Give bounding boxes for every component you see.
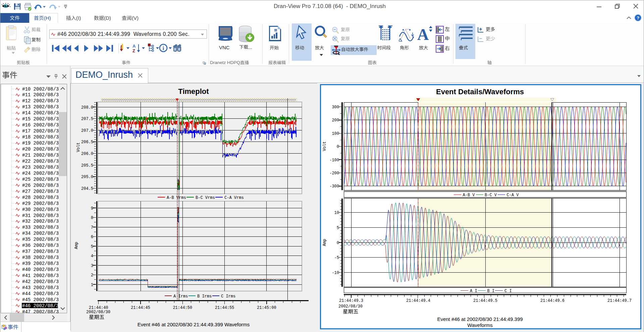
svg-text:21:44:49.3: 21:44:49.3	[339, 298, 363, 303]
svg-text:Event #46 at 2002/08/30 21:44:: Event #46 at 2002/08/30 21:44:49.399	[437, 316, 523, 322]
svg-text:21:44:45: 21:44:45	[131, 306, 150, 310]
svg-text:A: A	[132, 44, 136, 49]
svg-text:207.0: 207.0	[81, 128, 93, 133]
svg-text:204.5: 204.5	[81, 186, 93, 191]
svg-text:Event #46 at 2002/08/30 21:44:: Event #46 at 2002/08/30 21:44:49.399 Wav…	[138, 322, 250, 327]
svg-text:A-B V: A-B V	[463, 193, 475, 198]
svg-text:Waveforms: Waveforms	[467, 322, 492, 328]
svg-text:21:44:50: 21:44:50	[173, 306, 192, 310]
svg-text:A-B Vrms: A-B Vrms	[167, 196, 186, 200]
svg-text:0: 0	[337, 145, 339, 149]
svg-text:206.5: 206.5	[81, 140, 93, 145]
svg-text:?: ?	[637, 15, 639, 20]
svg-text:4: 4	[91, 254, 93, 259]
svg-text:206.0: 206.0	[81, 152, 93, 156]
svg-text:B-C Vrms: B-C Vrms	[196, 196, 215, 200]
svg-text:-300: -300	[329, 184, 339, 189]
svg-text:100: 100	[332, 131, 339, 136]
svg-text:2002/08/30: 2002/08/30	[338, 304, 363, 309]
svg-text:A Irms: A Irms	[173, 294, 188, 299]
svg-text:-5: -5	[334, 256, 339, 260]
svg-text:1: 1	[91, 283, 93, 287]
svg-text:21:44:49.5: 21:44:49.5	[473, 298, 497, 303]
svg-text:10: 10	[334, 211, 339, 215]
svg-text:21:44:49.6: 21:44:49.6	[540, 298, 565, 303]
svg-text:205.0: 205.0	[81, 175, 93, 179]
svg-text:B I: B I	[487, 289, 495, 293]
svg-text:C Irms: C Irms	[221, 294, 235, 299]
svg-text:B-C V: B-C V	[485, 193, 497, 198]
svg-text:21:45:00: 21:45:00	[257, 306, 276, 310]
svg-text:208.0: 208.0	[81, 105, 93, 110]
svg-text:6: 6	[91, 235, 93, 239]
svg-text:205.5: 205.5	[81, 163, 93, 168]
svg-text:21:44:49.7: 21:44:49.7	[607, 298, 632, 303]
svg-text:Volt: Volt	[76, 143, 81, 152]
svg-text:21:44:40: 21:44:40	[89, 306, 108, 310]
svg-text:5: 5	[337, 226, 339, 230]
svg-text:Z: Z	[132, 48, 135, 53]
svg-text:7: 7	[91, 225, 93, 230]
svg-text:5: 5	[91, 244, 93, 249]
svg-text:207.5: 207.5	[81, 117, 93, 121]
svg-text:3: 3	[91, 264, 93, 268]
svg-text:-10: -10	[332, 271, 339, 275]
svg-text:300: 300	[332, 105, 339, 110]
svg-text:Event Details/Waveforms: Event Details/Waveforms	[436, 88, 524, 96]
svg-text:Amp: Amp	[322, 239, 327, 246]
svg-text:A: A	[417, 25, 429, 43]
svg-text:i: i	[163, 45, 164, 51]
svg-text:2002/08/30: 2002/08/30	[86, 310, 110, 315]
svg-text:A I: A I	[470, 289, 477, 293]
svg-text:0: 0	[337, 241, 339, 245]
svg-text:2: 2	[91, 273, 93, 278]
svg-text:C-A V: C-A V	[507, 193, 519, 198]
svg-text:200: 200	[332, 118, 339, 123]
svg-text:-100: -100	[329, 158, 339, 163]
svg-text:C I: C I	[504, 289, 512, 293]
svg-text:Timeplot: Timeplot	[178, 87, 209, 96]
svg-text:Volt: Volt	[322, 142, 327, 151]
svg-text:C-A Vrms: C-A Vrms	[224, 196, 244, 200]
svg-text:B Irms: B Irms	[197, 294, 212, 299]
svg-text:Amp: Amp	[74, 242, 79, 249]
svg-text:-200: -200	[329, 171, 339, 176]
svg-text:8: 8	[91, 216, 93, 220]
svg-text:21:44:55: 21:44:55	[215, 306, 234, 310]
svg-text:21:44:49.4: 21:44:49.4	[406, 298, 430, 303]
svg-text:9: 9	[91, 206, 93, 211]
